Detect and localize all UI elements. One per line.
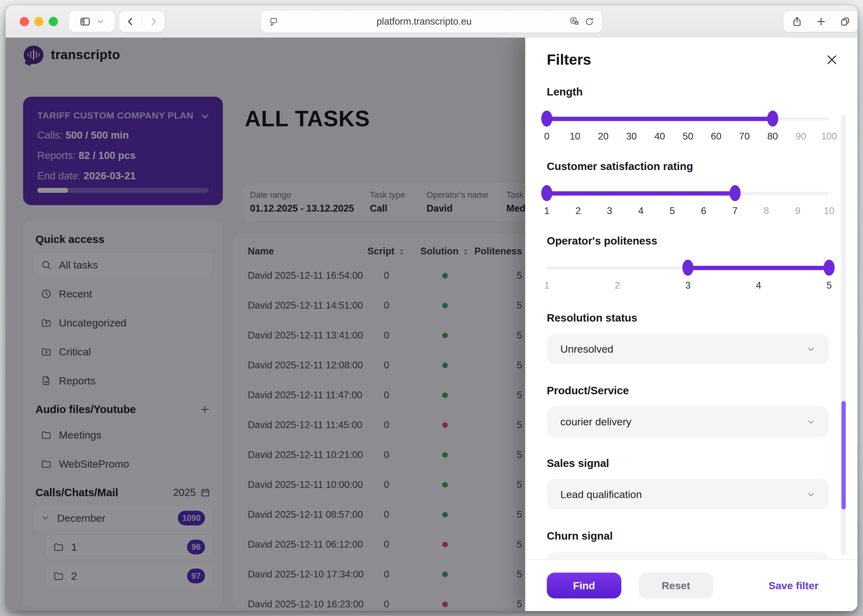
tick-label: 90 [795, 131, 806, 142]
filters-footer: Find Reset Save filter [525, 559, 857, 611]
chevron-down-icon [806, 490, 816, 499]
tick-label: 4 [638, 206, 644, 217]
select-sales-signal[interactable]: Lead qualification [547, 479, 829, 510]
filter-section-operator-s-politeness: Operator's politeness 12345 [547, 234, 829, 292]
close-window-button[interactable] [20, 17, 29, 26]
filter-label: Customer satisfaction rating [547, 160, 829, 173]
share-icon[interactable] [792, 16, 802, 27]
tick-label: 2 [614, 280, 620, 291]
reset-button[interactable]: Reset [639, 573, 713, 599]
url-text[interactable]: platform.transcripto.eu [279, 16, 570, 27]
slider-ticks: 12345 [547, 280, 829, 292]
select-churn-signal[interactable] [547, 552, 829, 559]
chevron-down-icon[interactable] [96, 17, 104, 25]
reader-icon[interactable] [269, 17, 279, 27]
save-filter-link[interactable]: Save filter [769, 580, 819, 592]
range-slider-length: 0102030405060708090100 [547, 102, 829, 143]
minimize-window-button[interactable] [34, 17, 44, 26]
tick-label: 20 [598, 131, 608, 142]
tick-label: 70 [739, 131, 750, 142]
filter-label: Sales signal [547, 457, 829, 470]
filter-label: Operator's politeness [547, 234, 829, 247]
tick-label: 1 [544, 280, 549, 291]
filter-label: Resolution status [547, 311, 829, 324]
tick-label: 0 [544, 131, 549, 142]
desktop: platform.transcripto.eu [0, 0, 863, 616]
sidebar-toggle-icon[interactable] [79, 16, 91, 27]
toolbar-actions-group [783, 11, 857, 32]
browser-window: platform.transcripto.eu [6, 6, 857, 611]
select-value: Lead qualification [560, 489, 642, 501]
tick-label: 5 [826, 280, 832, 291]
scrollbar-thumb[interactable] [841, 401, 846, 509]
tick-label: 4 [756, 280, 761, 291]
url-bar[interactable]: platform.transcripto.eu [261, 11, 602, 33]
slider-ticks: 12345678910 [547, 206, 829, 218]
zoom-window-button[interactable] [49, 17, 58, 26]
find-button[interactable]: Find [547, 573, 621, 599]
tick-label: 40 [654, 131, 665, 142]
tick-label: 100 [821, 131, 837, 142]
filter-section-sales-signal: Sales signal Lead qualification [547, 457, 829, 510]
tick-label: 3 [607, 206, 612, 217]
tick-label: 10 [570, 131, 580, 142]
filter-section-customer-satisfaction-rating: Customer satisfaction rating 12345678910 [547, 160, 829, 217]
translate-icon[interactable] [570, 17, 580, 27]
filters-panel: Filters Length 0102030405060708090100 Cu… [525, 38, 857, 611]
filter-section-resolution-status: Resolution status Unresolved [547, 311, 829, 365]
slider-range[interactable] [547, 191, 735, 196]
reload-icon[interactable] [584, 17, 594, 27]
tick-label: 6 [701, 206, 706, 217]
slider-ticks: 0102030405060708090100 [547, 131, 829, 143]
filters-title: Filters [547, 51, 591, 68]
tick-label: 1 [544, 206, 549, 217]
slider-range[interactable] [688, 266, 829, 270]
tick-label: 5 [669, 206, 675, 217]
select-value: Unresolved [560, 343, 613, 355]
web-page: transcripto TARIFF CUSTOM COMPANY PLAN C… [6, 38, 857, 611]
tick-label: 9 [795, 206, 800, 217]
filter-section-product-service: Product/Service courier delivery [547, 384, 829, 437]
tick-label: 7 [732, 206, 737, 217]
sidebar-toggle-group [69, 11, 115, 32]
filter-label: Product/Service [547, 384, 829, 397]
chevron-down-icon [806, 344, 816, 354]
slider-thumb-max[interactable] [729, 185, 741, 201]
slider-range[interactable] [547, 117, 773, 121]
tick-label: 8 [764, 206, 769, 217]
tick-label: 10 [824, 206, 834, 217]
tick-label: 50 [683, 131, 693, 142]
filter-section-churn-signal: Churn signal [547, 530, 829, 559]
range-slider-operator-s-politeness: 12345 [547, 251, 829, 292]
browser-toolbar: platform.transcripto.eu [6, 6, 857, 38]
select-value: courier delivery [560, 416, 632, 428]
forward-icon[interactable] [148, 16, 159, 27]
tick-label: 30 [626, 131, 637, 142]
range-slider-customer-satisfaction-rating: 12345678910 [547, 177, 829, 217]
slider-thumb-min[interactable] [682, 260, 693, 276]
scrollbar[interactable] [841, 115, 846, 555]
tick-label: 80 [767, 131, 778, 142]
filter-section-length: Length 0102030405060708090100 [547, 85, 829, 143]
slider-thumb-min[interactable] [541, 185, 552, 201]
chevron-down-icon [806, 417, 816, 426]
tabs-overview-icon[interactable] [840, 16, 850, 27]
back-icon[interactable] [125, 16, 135, 27]
slider-thumb-max[interactable] [767, 111, 778, 127]
slider-thumb-min[interactable] [541, 111, 552, 127]
slider-thumb-max[interactable] [824, 260, 835, 276]
select-resolution-status[interactable]: Unresolved [547, 333, 829, 365]
select-product-service[interactable]: courier delivery [547, 406, 829, 437]
new-tab-icon[interactable] [816, 16, 826, 27]
filter-label: Length [547, 85, 829, 98]
close-icon[interactable] [825, 53, 838, 66]
filter-label: Churn signal [547, 530, 829, 542]
tick-label: 2 [575, 206, 581, 217]
nav-buttons-group [119, 11, 165, 32]
tick-label: 3 [685, 280, 690, 291]
tick-label: 60 [711, 131, 721, 142]
